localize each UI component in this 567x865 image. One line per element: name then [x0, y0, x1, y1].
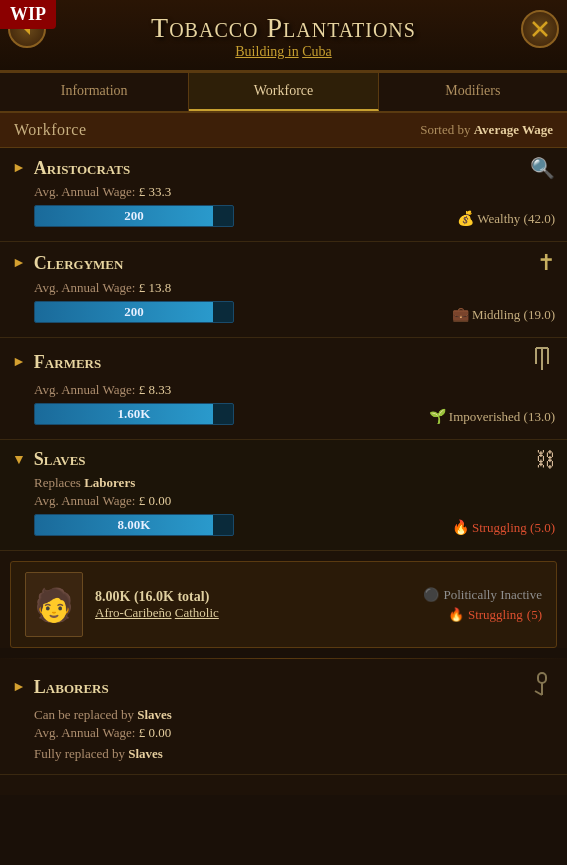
tab-modifiers[interactable]: Modifiers	[379, 73, 567, 111]
svg-rect-7	[538, 673, 546, 683]
building-subtitle: Building in Cuba	[50, 44, 517, 60]
farmers-wealth: 🌱 Impoverished (13.0)	[429, 409, 555, 424]
expand-farmers[interactable]: ►	[12, 354, 26, 370]
pop-group-farmers: ► Farmers Avg. Annual Wage: £ 8.33	[0, 338, 567, 440]
struggling-icon: 🔥	[448, 607, 464, 623]
slaves-bar: 8.00K	[34, 514, 234, 536]
pop-name-laborers: Laborers	[34, 677, 109, 698]
laborers-wage: Avg. Annual Wage: £ 0.00	[12, 725, 555, 741]
slaves-summary-right: ⚫ Politically Inactive 🔥 Struggling (5)	[423, 587, 542, 623]
pop-name-aristocrats: Aristocrats	[34, 158, 130, 179]
slaves-replaces: Replaces Laborers	[12, 475, 555, 491]
slaves-summary-text: 8.00K (16.0K total) Afro-Caribeño Cathol…	[95, 589, 411, 621]
cross-icon: ✝	[537, 250, 555, 276]
slaves-culture-links: Afro-Caribeño Catholic	[95, 605, 411, 621]
building-title: Tobacco Plantations	[50, 12, 517, 44]
pop-name-clergymen: Clergymen	[34, 253, 124, 274]
bottom-content: ► Laborers Can be replaced by Slaves Avg…	[0, 658, 567, 795]
struggling-label: Struggling	[468, 607, 523, 623]
tab-information[interactable]: Information	[0, 73, 189, 111]
pop-group-laborers: ► Laborers Can be replaced by Slaves Avg…	[0, 663, 567, 775]
tab-bar: Information Workforce Modifiers	[0, 73, 567, 113]
aristocrats-wealth: 💰 Wealthy (42.0)	[457, 211, 555, 226]
workforce-content: ► Aristocrats 🔍 Avg. Annual Wage: £ 33.3…	[0, 148, 567, 648]
svg-line-9	[535, 691, 542, 695]
header: Tobacco Plantations Building in Cuba	[0, 0, 567, 73]
monocle-icon: 🔍	[530, 156, 555, 180]
slaves-count: 8.00K (16.0K total)	[95, 589, 411, 605]
tab-workforce[interactable]: Workforce	[189, 73, 378, 111]
politically-inactive-icon: ⚫	[423, 587, 439, 603]
aristocrats-bar: 200	[34, 205, 234, 227]
divider	[0, 658, 567, 659]
clergymen-wealth: 💼 Middling (19.0)	[452, 307, 555, 322]
slaves-avatar: 🧑	[25, 572, 83, 637]
pitchfork-icon	[529, 346, 555, 378]
expand-laborers[interactable]: ►	[12, 679, 26, 695]
farmers-bar: 1.60K	[34, 403, 234, 425]
catholic-link[interactable]: Catholic	[175, 605, 219, 620]
workforce-label: Workforce	[14, 121, 87, 139]
slaves-wealth: 🔥 Struggling (5.0)	[452, 520, 555, 535]
afro-caribeno-link[interactable]: Afro-Caribeño	[95, 605, 172, 620]
wip-badge: WIP	[0, 0, 56, 29]
close-button[interactable]	[521, 10, 559, 48]
expand-slaves[interactable]: ▼	[12, 452, 26, 468]
laborers-fully-replaced: Fully replaced by Slaves	[12, 746, 555, 762]
laborers-can-replace: Can be replaced by Slaves	[12, 707, 555, 723]
clergymen-bar: 200	[34, 301, 234, 323]
sort-label: Sorted by Average Wage	[420, 122, 553, 138]
shovel-icon	[529, 671, 555, 703]
pop-name-slaves: Slaves	[34, 449, 86, 470]
slaves-wage: Avg. Annual Wage: £ 0.00	[12, 493, 555, 509]
shackle-icon: ⛓	[535, 448, 555, 471]
pop-group-header-aristocrats: ► Aristocrats 🔍	[12, 156, 555, 180]
workforce-section-header: Workforce Sorted by Average Wage	[0, 113, 567, 148]
clergymen-wage: Avg. Annual Wage: £ 13.8	[12, 280, 555, 296]
aristocrats-wage: Avg. Annual Wage: £ 33.3	[12, 184, 555, 200]
pop-group-aristocrats: ► Aristocrats 🔍 Avg. Annual Wage: £ 33.3…	[0, 148, 567, 242]
pop-group-slaves: ▼ Slaves ⛓ Replaces Laborers Avg. Annual…	[0, 440, 567, 551]
expand-aristocrats[interactable]: ►	[12, 160, 26, 176]
pop-group-clergymen: ► Clergymen ✝ Avg. Annual Wage: £ 13.8 2…	[0, 242, 567, 338]
expand-clergymen[interactable]: ►	[12, 255, 26, 271]
slaves-summary-box: 🧑 8.00K (16.0K total) Afro-Caribeño Cath…	[10, 561, 557, 648]
pop-name-farmers: Farmers	[34, 352, 101, 373]
farmers-wage: Avg. Annual Wage: £ 8.33	[12, 382, 555, 398]
location-link[interactable]: Cuba	[302, 44, 332, 59]
struggling-value: (5)	[527, 607, 542, 623]
